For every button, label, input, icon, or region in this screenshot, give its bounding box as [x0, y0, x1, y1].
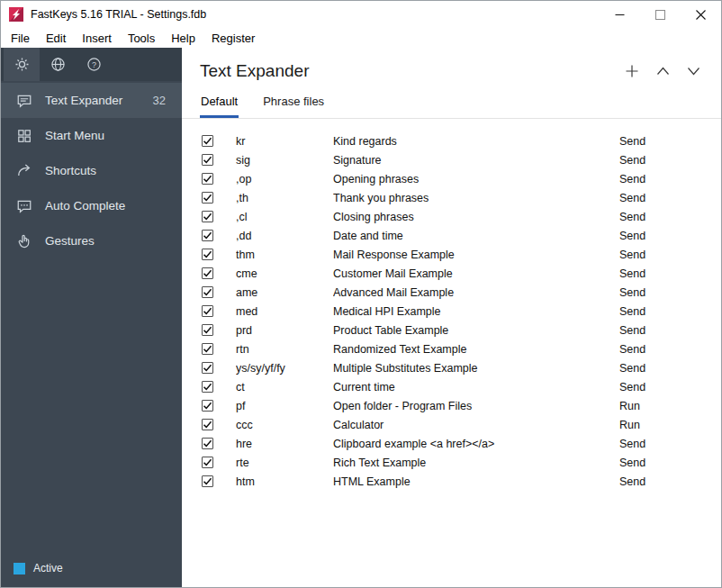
table-row[interactable]: ct Current time Send	[182, 377, 721, 396]
row-checkbox[interactable]	[202, 381, 213, 393]
sidebar-item-label: Auto Complete	[45, 199, 125, 213]
description-cell: Product Table Example	[333, 324, 619, 337]
table-row[interactable]: thm Mail Response Example Send	[182, 245, 721, 264]
row-checkbox[interactable]	[202, 305, 213, 317]
auto-complete-icon	[16, 198, 32, 214]
description-cell: Closing phrases	[333, 211, 619, 223]
abbreviation-cell: pf	[236, 400, 333, 412]
row-checkbox[interactable]	[202, 211, 213, 222]
table-row[interactable]: rtn Randomized Text Example Send	[182, 339, 721, 358]
header-actions	[622, 61, 703, 81]
table-row[interactable]: sig Signature Send	[182, 150, 721, 169]
settings-tab[interactable]	[4, 48, 40, 81]
window-controls	[600, 1, 721, 28]
app-window: FastKeys 5.16 TRIAL - Settings.fdb File …	[0, 0, 722, 588]
sidebar-item-auto-complete[interactable]: Auto Complete	[1, 188, 182, 223]
row-checkbox[interactable]	[202, 419, 213, 430]
table-row[interactable]: prd Product Table Example Send	[182, 321, 721, 339]
table-row[interactable]: rte Rich Text Example Send	[182, 453, 721, 472]
abbreviation-cell: ct	[236, 381, 333, 394]
row-checkbox[interactable]	[202, 286, 213, 298]
table-row[interactable]: ame Advanced Mail Example Send	[182, 283, 721, 302]
row-checkbox[interactable]	[202, 457, 213, 468]
table-row[interactable]: pf Open folder - Program Files Run	[182, 396, 721, 415]
table-row[interactable]: ccc Calculator Run	[182, 415, 721, 434]
action-cell: Send	[619, 173, 703, 185]
close-button[interactable]	[681, 1, 721, 28]
row-checkbox[interactable]	[202, 135, 213, 147]
abbreviation-cell: cme	[236, 267, 333, 280]
row-checkbox[interactable]	[202, 475, 213, 487]
maximize-button[interactable]	[640, 1, 681, 28]
table-row[interactable]: ,cl Closing phrases Send	[182, 207, 721, 226]
menu-help[interactable]: Help	[163, 30, 203, 47]
table-row[interactable]: ,op Opening phrases Send	[182, 169, 721, 188]
menu-file[interactable]: File	[3, 30, 38, 47]
abbreviation-cell: ccc	[236, 419, 333, 431]
sidebar-item-text-expander[interactable]: Text Expander 32	[1, 83, 182, 118]
row-checkbox[interactable]	[202, 343, 213, 355]
table-row[interactable]: htm HTML Example Send	[182, 472, 721, 491]
action-cell: Send	[619, 305, 703, 318]
tab-default[interactable]: Default	[200, 91, 239, 118]
menu-bar: File Edit Insert Tools Help Register	[1, 28, 721, 48]
menu-register[interactable]: Register	[203, 30, 263, 47]
sidebar-item-label: Shortcuts	[45, 164, 96, 177]
table-row[interactable]: cme Customer Mail Example Send	[182, 264, 721, 283]
abbreviation-cell: rtn	[236, 343, 333, 356]
action-cell: Send	[619, 154, 703, 167]
row-checkbox[interactable]	[202, 230, 213, 241]
tab-phrase-files[interactable]: Phrase files	[262, 91, 325, 118]
minimize-button[interactable]	[600, 1, 640, 28]
menu-tools[interactable]: Tools	[120, 30, 163, 47]
description-cell: Kind regards	[333, 135, 619, 148]
menu-edit[interactable]: Edit	[38, 30, 74, 47]
action-cell: Run	[619, 419, 703, 431]
tab-bar: Default Phrase files	[182, 91, 721, 119]
active-status-toggle[interactable]: Active	[1, 549, 182, 587]
table-row[interactable]: ,th Thank you phrases Send	[182, 188, 721, 207]
abbreviation-cell: ame	[236, 286, 333, 299]
table-row[interactable]: med Medical HPI Example Send	[182, 302, 721, 321]
language-tab[interactable]	[40, 48, 76, 81]
start-menu-icon	[16, 128, 32, 144]
move-down-button[interactable]	[683, 61, 703, 81]
gestures-hand-icon	[16, 233, 32, 249]
window-title: FastKeys 5.16 TRIAL - Settings.fdb	[31, 8, 600, 21]
content-header: Text Expander	[182, 48, 721, 81]
phrase-table-body: kr Kind regards Send sig Signature Send …	[182, 131, 721, 491]
action-cell: Send	[619, 457, 703, 469]
row-checkbox[interactable]	[202, 267, 213, 279]
chevron-down-icon	[687, 67, 700, 76]
abbreviation-cell: rte	[236, 457, 333, 469]
row-checkbox[interactable]	[202, 192, 213, 204]
chevron-up-icon	[656, 67, 670, 76]
row-checkbox[interactable]	[202, 173, 213, 185]
description-cell: Clipboard example <a href></a>	[333, 438, 619, 450]
row-checkbox[interactable]	[202, 154, 213, 166]
row-checkbox[interactable]	[202, 249, 213, 260]
plus-icon	[625, 64, 639, 78]
move-up-button[interactable]	[653, 61, 672, 81]
menu-insert[interactable]: Insert	[74, 30, 120, 47]
abbreviation-cell: prd	[236, 324, 333, 337]
add-phrase-button[interactable]	[622, 61, 642, 81]
row-checkbox[interactable]	[202, 438, 213, 449]
row-checkbox[interactable]	[202, 400, 213, 412]
row-checkbox[interactable]	[202, 362, 213, 374]
table-row[interactable]: ys/sy/yf/fy Multiple Substitutes Example…	[182, 358, 721, 377]
app-logo-icon	[9, 7, 23, 22]
sidebar-item-start-menu[interactable]: Start Menu	[1, 118, 182, 153]
sidebar-top-strip: ?	[1, 48, 182, 81]
sidebar-item-gestures[interactable]: Gestures	[1, 223, 182, 258]
action-cell: Send	[619, 230, 703, 242]
row-checkbox[interactable]	[202, 324, 213, 336]
sidebar-item-shortcuts[interactable]: Shortcuts	[1, 153, 182, 188]
abbreviation-cell: med	[236, 305, 333, 318]
globe-icon	[50, 57, 66, 72]
table-row[interactable]: hre Clipboard example <a href></a> Send	[182, 434, 721, 453]
abbreviation-cell: ys/sy/yf/fy	[236, 362, 333, 375]
table-row[interactable]: kr Kind regards Send	[182, 131, 721, 150]
table-row[interactable]: ,dd Date and time Send	[182, 226, 721, 245]
help-tab[interactable]: ?	[76, 48, 112, 81]
